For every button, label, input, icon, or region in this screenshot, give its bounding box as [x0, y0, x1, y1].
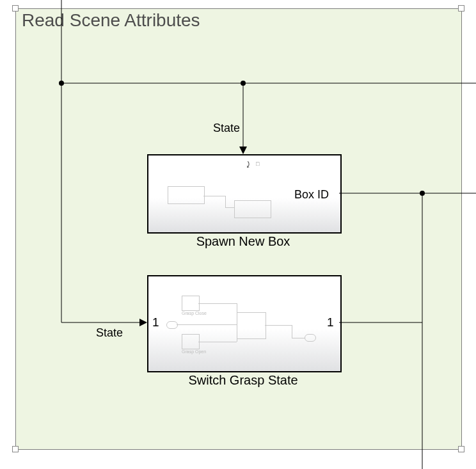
mini-wire-icon [198, 342, 237, 342]
selection-handle-icon[interactable] [458, 446, 464, 452]
trigger-port-small-icon: □ [256, 161, 259, 167]
mini-outport-icon [305, 334, 316, 342]
mini-wire-icon [225, 207, 234, 208]
block-switch-grasp-state[interactable]: Grasp Close Grasp Open [147, 275, 342, 372]
signal-label-state-top: State [213, 122, 240, 135]
group-title: Read Scene Attributes [22, 10, 200, 31]
block-output-label: Box ID [294, 188, 329, 202]
mini-wire-icon [177, 324, 237, 325]
mini-wire-icon [292, 338, 305, 338]
block-spawn-new-box[interactable]: ⤸ □ Box ID [147, 154, 342, 234]
mini-rect-icon [182, 334, 200, 349]
output-port-number: 1 [327, 315, 334, 330]
mini-wire-icon [203, 196, 225, 196]
mini-wire-icon [292, 325, 292, 338]
selection-handle-icon[interactable] [12, 5, 19, 12]
block-name-label: Switch Grasp State [147, 373, 339, 388]
selection-handle-icon[interactable] [458, 5, 464, 12]
mini-label: Grasp Close [182, 311, 207, 315]
mini-rect-icon [182, 296, 200, 311]
block-name-label: Spawn New Box [147, 234, 339, 249]
mini-label: Grasp Open [182, 349, 206, 354]
mini-wire-icon [265, 325, 292, 326]
mini-rect-icon [234, 200, 271, 218]
diagram-canvas: Read Scene Attributes ⤸ □ Box ID Spawn N… [0, 0, 476, 469]
trigger-port-icon: ⤸ [244, 159, 252, 170]
input-port-number: 1 [152, 315, 159, 330]
signal-label-state-left: State [96, 326, 123, 340]
mini-inport-icon [166, 321, 178, 329]
selection-handle-icon[interactable] [12, 446, 19, 452]
mini-wire-icon [225, 196, 226, 207]
mini-wire-icon [198, 303, 237, 304]
mini-rect-icon [168, 186, 205, 204]
mini-rect-icon [237, 312, 266, 339]
